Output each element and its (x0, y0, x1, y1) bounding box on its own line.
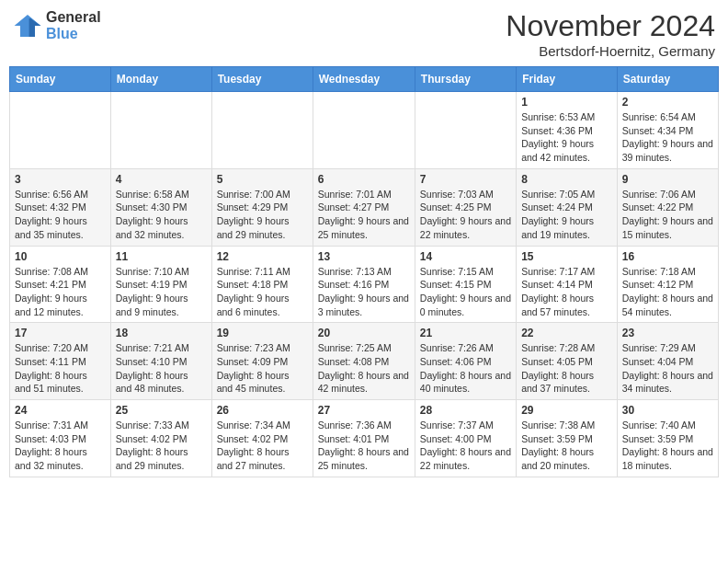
calendar-day-cell: 22Sunrise: 7:28 AMSunset: 4:05 PMDayligh… (517, 323, 618, 400)
calendar-day-cell: 2Sunrise: 6:54 AMSunset: 4:34 PMDaylight… (617, 92, 718, 169)
day-info: Sunrise: 7:33 AMSunset: 4:02 PMDaylight:… (116, 419, 207, 473)
calendar-table: SundayMondayTuesdayWednesdayThursdayFrid… (9, 66, 719, 477)
weekday-header-tuesday: Tuesday (211, 67, 313, 92)
day-number: 27 (318, 404, 410, 417)
day-number: 14 (420, 250, 511, 263)
calendar-day-cell: 19Sunrise: 7:23 AMSunset: 4:09 PMDayligh… (211, 323, 313, 400)
day-number: 26 (217, 404, 308, 417)
calendar-day-cell: 11Sunrise: 7:10 AMSunset: 4:19 PMDayligh… (110, 246, 211, 323)
day-number: 8 (521, 173, 612, 186)
weekday-header-monday: Monday (110, 67, 211, 92)
calendar-day-cell: 17Sunrise: 7:20 AMSunset: 4:11 PMDayligh… (10, 323, 111, 400)
title-area: November 2024 Bertsdorf-Hoernitz, German… (506, 9, 715, 59)
day-number: 15 (521, 250, 612, 263)
day-info: Sunrise: 7:34 AMSunset: 4:02 PMDaylight:… (217, 419, 308, 473)
calendar-day-cell: 16Sunrise: 7:18 AMSunset: 4:12 PMDayligh… (617, 246, 718, 323)
weekday-header-row: SundayMondayTuesdayWednesdayThursdayFrid… (10, 67, 719, 92)
empty-calendar-cell (415, 92, 516, 169)
day-info: Sunrise: 7:08 AMSunset: 4:21 PMDaylight:… (15, 265, 106, 319)
day-info: Sunrise: 7:28 AMSunset: 4:05 PMDaylight:… (521, 341, 612, 396)
calendar-day-cell: 10Sunrise: 7:08 AMSunset: 4:21 PMDayligh… (10, 246, 111, 323)
day-info: Sunrise: 7:37 AMSunset: 4:00 PMDaylight:… (420, 419, 511, 473)
day-number: 23 (622, 327, 713, 339)
day-info: Sunrise: 7:13 AMSunset: 4:16 PMDaylight:… (318, 265, 410, 319)
calendar-day-cell: 9Sunrise: 7:06 AMSunset: 4:22 PMDaylight… (617, 168, 718, 246)
day-number: 2 (622, 96, 713, 109)
day-info: Sunrise: 7:20 AMSunset: 4:11 PMDaylight:… (15, 341, 106, 396)
logo-general-text: General (46, 9, 101, 26)
day-info: Sunrise: 7:05 AMSunset: 4:24 PMDaylight:… (521, 188, 612, 242)
day-number: 9 (622, 173, 713, 186)
day-number: 29 (521, 404, 612, 417)
empty-calendar-cell (10, 92, 111, 169)
calendar-day-cell: 27Sunrise: 7:36 AMSunset: 4:01 PMDayligh… (313, 400, 415, 477)
day-info: Sunrise: 7:23 AMSunset: 4:09 PMDaylight:… (217, 341, 308, 396)
weekday-header-saturday: Saturday (617, 67, 718, 92)
day-number: 20 (318, 327, 410, 339)
day-number: 4 (116, 173, 207, 186)
calendar-week-row: 10Sunrise: 7:08 AMSunset: 4:21 PMDayligh… (10, 246, 719, 323)
day-number: 5 (217, 173, 308, 186)
day-info: Sunrise: 6:56 AMSunset: 4:32 PMDaylight:… (15, 188, 106, 242)
day-info: Sunrise: 6:58 AMSunset: 4:30 PMDaylight:… (116, 188, 207, 242)
day-info: Sunrise: 7:11 AMSunset: 4:18 PMDaylight:… (217, 265, 308, 319)
day-info: Sunrise: 7:17 AMSunset: 4:14 PMDaylight:… (521, 265, 612, 319)
page-header: General Blue November 2024 Bertsdorf-Hoe… (9, 9, 719, 59)
day-number: 19 (217, 327, 308, 339)
day-number: 10 (15, 250, 106, 263)
empty-calendar-cell (211, 92, 313, 169)
day-number: 3 (15, 173, 106, 186)
calendar-day-cell: 28Sunrise: 7:37 AMSunset: 4:00 PMDayligh… (415, 400, 516, 477)
day-info: Sunrise: 6:54 AMSunset: 4:34 PMDaylight:… (622, 110, 713, 165)
day-info: Sunrise: 7:18 AMSunset: 4:12 PMDaylight:… (622, 265, 713, 319)
day-info: Sunrise: 7:15 AMSunset: 4:15 PMDaylight:… (420, 265, 511, 319)
logo: General Blue (13, 9, 101, 41)
day-info: Sunrise: 7:38 AMSunset: 3:59 PMDaylight:… (521, 419, 612, 473)
day-number: 25 (116, 404, 207, 417)
day-number: 7 (420, 173, 511, 186)
calendar-day-cell: 18Sunrise: 7:21 AMSunset: 4:10 PMDayligh… (110, 323, 211, 400)
calendar-day-cell: 8Sunrise: 7:05 AMSunset: 4:24 PMDaylight… (517, 168, 618, 246)
calendar-day-cell: 12Sunrise: 7:11 AMSunset: 4:18 PMDayligh… (211, 246, 313, 323)
day-number: 24 (15, 404, 106, 417)
day-number: 28 (420, 404, 511, 417)
day-number: 18 (116, 327, 207, 339)
calendar-day-cell: 24Sunrise: 7:31 AMSunset: 4:03 PMDayligh… (10, 400, 111, 477)
day-number: 22 (521, 327, 612, 339)
day-number: 16 (622, 250, 713, 263)
location-title: Bertsdorf-Hoernitz, Germany (506, 43, 715, 59)
empty-calendar-cell (313, 92, 415, 169)
empty-calendar-cell (110, 92, 211, 169)
day-number: 11 (116, 250, 207, 263)
day-number: 17 (15, 327, 106, 339)
day-info: Sunrise: 7:25 AMSunset: 4:08 PMDaylight:… (318, 341, 410, 396)
day-number: 13 (318, 250, 410, 263)
day-info: Sunrise: 7:01 AMSunset: 4:27 PMDaylight:… (318, 188, 410, 242)
logo-icon (13, 11, 42, 40)
calendar-day-cell: 13Sunrise: 7:13 AMSunset: 4:16 PMDayligh… (313, 246, 415, 323)
weekday-header-sunday: Sunday (10, 67, 111, 92)
day-info: Sunrise: 7:03 AMSunset: 4:25 PMDaylight:… (420, 188, 511, 242)
calendar-day-cell: 5Sunrise: 7:00 AMSunset: 4:29 PMDaylight… (211, 168, 313, 246)
calendar-day-cell: 23Sunrise: 7:29 AMSunset: 4:04 PMDayligh… (617, 323, 718, 400)
month-title: November 2024 (506, 9, 715, 43)
calendar-week-row: 3Sunrise: 6:56 AMSunset: 4:32 PMDaylight… (10, 168, 719, 246)
day-info: Sunrise: 7:31 AMSunset: 4:03 PMDaylight:… (15, 419, 106, 473)
calendar-day-cell: 21Sunrise: 7:26 AMSunset: 4:06 PMDayligh… (415, 323, 516, 400)
calendar-day-cell: 30Sunrise: 7:40 AMSunset: 3:59 PMDayligh… (617, 400, 718, 477)
calendar-day-cell: 20Sunrise: 7:25 AMSunset: 4:08 PMDayligh… (313, 323, 415, 400)
day-info: Sunrise: 7:40 AMSunset: 3:59 PMDaylight:… (622, 419, 713, 473)
day-number: 21 (420, 327, 511, 339)
calendar-day-cell: 15Sunrise: 7:17 AMSunset: 4:14 PMDayligh… (517, 246, 618, 323)
day-number: 6 (318, 173, 410, 186)
day-info: Sunrise: 7:36 AMSunset: 4:01 PMDaylight:… (318, 419, 410, 473)
day-number: 30 (622, 404, 713, 417)
calendar-day-cell: 6Sunrise: 7:01 AMSunset: 4:27 PMDaylight… (313, 168, 415, 246)
calendar-day-cell: 1Sunrise: 6:53 AMSunset: 4:36 PMDaylight… (517, 92, 618, 169)
calendar-week-row: 1Sunrise: 6:53 AMSunset: 4:36 PMDaylight… (10, 92, 719, 169)
calendar-week-row: 17Sunrise: 7:20 AMSunset: 4:11 PMDayligh… (10, 323, 719, 400)
calendar-week-row: 24Sunrise: 7:31 AMSunset: 4:03 PMDayligh… (10, 400, 719, 477)
logo-text: General Blue (46, 9, 101, 41)
calendar-day-cell: 25Sunrise: 7:33 AMSunset: 4:02 PMDayligh… (110, 400, 211, 477)
weekday-header-friday: Friday (517, 67, 618, 92)
